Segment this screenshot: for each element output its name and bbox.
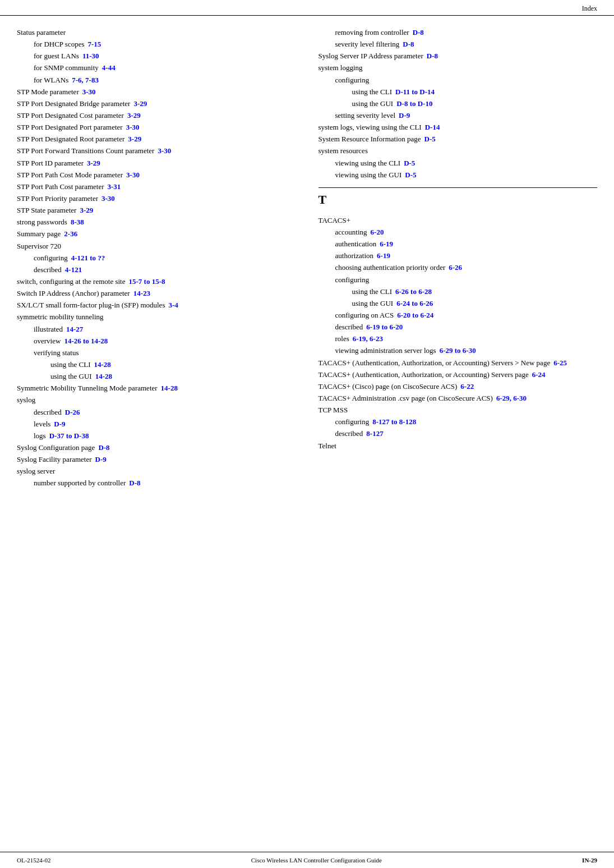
page-ref: D-9 bbox=[54, 419, 65, 430]
entry-label: STP Port Designated Root parameter bbox=[17, 134, 124, 145]
list-item: for DHCP scopes7-15 bbox=[17, 39, 296, 50]
entry-label: Syslog Server IP Address parameter bbox=[318, 50, 423, 62]
page-ref: 6-26 to 6-28 bbox=[395, 286, 432, 297]
entry-label: for guest LANs bbox=[34, 50, 79, 62]
page-ref: 11-30 bbox=[82, 50, 99, 62]
page-ref: 3-30 bbox=[158, 145, 171, 157]
list-item: configuring on ACS6-20 to 6-24 bbox=[318, 310, 598, 321]
list-item: TACACS+ Administration .csv page (on Cis… bbox=[318, 393, 598, 404]
page-ref: 6-19, 6-23 bbox=[353, 333, 383, 345]
page-ref: 7-15 bbox=[88, 39, 101, 50]
list-item: for SNMP community4-44 bbox=[17, 62, 296, 74]
entry-label: syslog bbox=[17, 394, 35, 406]
list-item: for guest LANs11-30 bbox=[17, 50, 296, 62]
entry-label: Symmetric Mobility Tunneling Mode parame… bbox=[17, 383, 158, 394]
list-item: TACACS+ (Authentication, Authorization, … bbox=[318, 369, 598, 380]
entry-label: configuring bbox=[335, 274, 370, 286]
page-ref: D-8 bbox=[427, 50, 438, 62]
page-ref: 3-4 bbox=[168, 300, 178, 311]
page-ref: 3-29 bbox=[133, 98, 147, 109]
entry-label: STP State parameter bbox=[17, 205, 76, 216]
entry-label: using the GUI bbox=[352, 298, 394, 309]
list-item: syslog bbox=[17, 394, 296, 406]
right-column: removing from controllerD-8severity leve… bbox=[318, 27, 598, 489]
list-item: using the CLI14-28 bbox=[17, 359, 296, 370]
list-item: removing from controllerD-8 bbox=[318, 27, 598, 38]
entry-label: syslog server bbox=[17, 466, 55, 477]
page-ref: 6-29 to 6-30 bbox=[440, 345, 476, 356]
list-item: Supervisor 720 bbox=[17, 241, 296, 252]
entry-label: Supervisor 720 bbox=[17, 241, 61, 252]
entry-label: system resources bbox=[318, 145, 368, 157]
list-item: STP State parameter3-29 bbox=[17, 205, 296, 216]
page-ref: 3-30 bbox=[101, 193, 115, 204]
page-ref: 2-36 bbox=[64, 228, 77, 240]
page-ref: D-5 bbox=[405, 169, 416, 181]
entry-label: Switch IP Address (Anchor) parameter bbox=[17, 288, 130, 299]
top-bar: Index bbox=[0, 0, 614, 16]
list-item: Symmetric Mobility Tunneling Mode parame… bbox=[17, 383, 296, 394]
list-item: STP Mode parameter3-30 bbox=[17, 86, 296, 98]
list-item: viewing administration server logs6-29 t… bbox=[318, 345, 598, 356]
page-ref: 6-29, 6-30 bbox=[496, 393, 527, 404]
entry-label: removing from controller bbox=[335, 27, 409, 38]
entry-label: authorization bbox=[335, 250, 374, 261]
list-item: Switch IP Address (Anchor) parameter14-2… bbox=[17, 288, 296, 299]
list-item: system logging bbox=[318, 62, 598, 74]
list-item: setting severity levelD-9 bbox=[318, 110, 598, 121]
list-item: severity level filteringD-8 bbox=[318, 39, 598, 50]
page-ref: D-8 bbox=[98, 442, 109, 453]
list-item: configuring bbox=[318, 75, 598, 86]
entry-label: using the GUI bbox=[352, 98, 394, 109]
entry-label: number supported by controller bbox=[34, 477, 126, 489]
page-ref: D-26 bbox=[65, 407, 80, 418]
entry-label: TACACS+ (Authentication, Authorization, … bbox=[318, 369, 529, 380]
entry-label: STP Port Forward Transitions Count param… bbox=[17, 145, 154, 157]
list-item: Syslog Server IP Address parameterD-8 bbox=[318, 50, 598, 62]
list-item: using the CLID-11 to D-14 bbox=[318, 86, 598, 98]
page: Index Status parameterfor DHCP scopes7-1… bbox=[0, 0, 614, 868]
list-item: describedD-26 bbox=[17, 407, 296, 418]
list-item: TACACS+ bbox=[318, 215, 598, 226]
list-item: STP Port Priority parameter3-30 bbox=[17, 193, 296, 204]
entry-label: Syslog Facility parameter bbox=[17, 454, 92, 465]
list-item: symmetric mobility tunneling bbox=[17, 311, 296, 323]
list-item: overview14-26 to 14-28 bbox=[17, 336, 296, 347]
section-letter-t: T bbox=[318, 192, 598, 207]
list-item: TACACS+ (Authentication, Authorization, … bbox=[318, 357, 598, 369]
page-ref: 3-30 bbox=[82, 86, 96, 98]
entry-label: TACACS+ Administration .csv page (on Cis… bbox=[318, 393, 493, 404]
list-item: verifying status bbox=[17, 347, 296, 359]
entry-label: STP Port ID parameter bbox=[17, 158, 84, 169]
entry-label: roles bbox=[335, 333, 349, 345]
page-ref: 3-29 bbox=[80, 205, 93, 216]
list-item: switch, configuring at the remote site15… bbox=[17, 276, 296, 287]
entry-label: severity level filtering bbox=[335, 39, 400, 50]
list-item: using the CLI6-26 to 6-28 bbox=[318, 286, 598, 297]
list-item: choosing authentication priority order6-… bbox=[318, 262, 598, 273]
section-letter-label: T bbox=[318, 192, 598, 207]
page-ref: D-9 bbox=[399, 110, 410, 121]
list-item: roles6-19, 6-23 bbox=[318, 333, 598, 345]
entry-label: switch, configuring at the remote site bbox=[17, 276, 126, 287]
doc-title: Cisco Wireless LAN Controller Configurat… bbox=[251, 857, 382, 864]
page-ref: 6-25 bbox=[553, 357, 567, 369]
list-item: illustrated14-27 bbox=[17, 324, 296, 335]
entry-label: STP Port Designated Bridge parameter bbox=[17, 98, 130, 109]
page-ref: 6-26 bbox=[449, 262, 462, 273]
entry-label: configuring on ACS bbox=[335, 310, 394, 321]
entry-label: described bbox=[34, 264, 62, 275]
entry-label: Status parameter bbox=[17, 27, 66, 38]
entry-label: viewing using the CLI bbox=[335, 158, 401, 169]
list-item: TACACS+ (Cisco) page (on CiscoSecure ACS… bbox=[318, 381, 598, 392]
page-ref: D-8 bbox=[403, 39, 414, 50]
list-item: viewing using the CLID-5 bbox=[318, 158, 598, 169]
page-ref: D-8 bbox=[129, 477, 140, 489]
entry-label: Summary page bbox=[17, 228, 61, 240]
entry-label: described bbox=[335, 428, 363, 439]
section-divider bbox=[318, 187, 598, 188]
list-item: syslog server bbox=[17, 466, 296, 477]
page-ref: 3-29 bbox=[127, 110, 141, 121]
list-item: viewing using the GUID-5 bbox=[318, 169, 598, 181]
page-ref: 6-19 bbox=[377, 250, 390, 261]
